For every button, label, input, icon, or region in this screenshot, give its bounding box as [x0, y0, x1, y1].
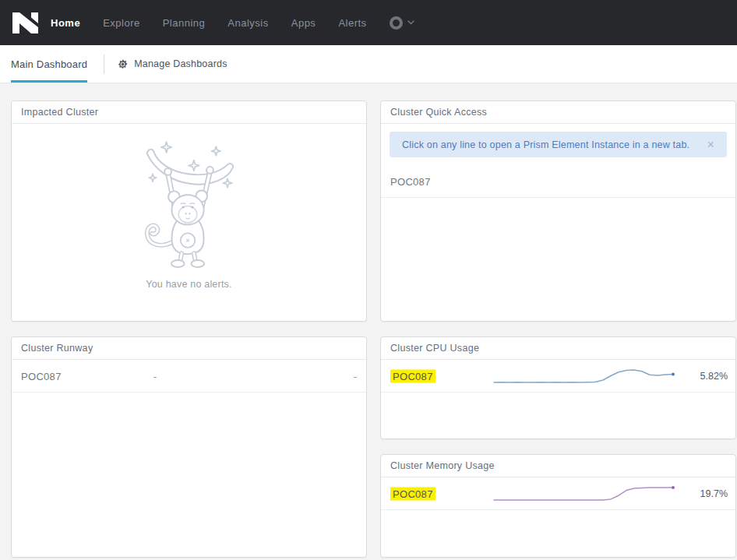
panel-title: Impacted Cluster	[12, 101, 366, 124]
nav-item-home[interactable]: Home	[51, 17, 80, 29]
dashboard-grid: Impacted Cluster	[0, 83, 737, 558]
nav-item-analysis[interactable]: Analysis	[227, 17, 268, 29]
monkey-banana-illustration	[113, 141, 266, 271]
nav-item-explore[interactable]: Explore	[103, 17, 140, 29]
panel-title: Cluster CPU Usage	[381, 337, 735, 360]
panel-cluster-quick-access: Cluster Quick Access Click on any line t…	[380, 100, 736, 322]
panel-cluster-cpu-usage: Cluster CPU Usage POC087 5.82%	[380, 336, 736, 439]
cpu-row-poc087[interactable]: POC087 5.82%	[381, 360, 735, 393]
right-column: Cluster Quick Access Click on any line t…	[380, 100, 736, 558]
close-icon[interactable]: ×	[707, 139, 714, 151]
memory-usage-value: 19.7%	[700, 488, 728, 499]
manage-dashboards-button[interactable]: Manage Dashboards	[118, 45, 227, 83]
nav-item-planning[interactable]: Planning	[163, 17, 206, 29]
gear-icon	[118, 59, 128, 69]
runway-row-poc087[interactable]: POC087 - -	[12, 360, 366, 393]
panel-title: Cluster Memory Usage	[381, 455, 735, 477]
info-banner-text: Click on any line to open a Prism Elemen…	[402, 139, 689, 150]
panel-cluster-memory-usage: Cluster Memory Usage POC087 19.7%	[380, 454, 736, 558]
memory-row-poc087[interactable]: POC087 19.7%	[381, 477, 735, 510]
nutanix-n-icon	[12, 12, 38, 33]
nav-item-alerts[interactable]: Alerts	[338, 17, 366, 29]
chevron-down-icon	[407, 20, 414, 25]
cluster-name: POC087	[390, 175, 431, 187]
no-alerts-empty-state: You have no alerts.	[12, 124, 366, 290]
main-menu: Home Explore Planning Analysis Apps Aler…	[51, 17, 390, 29]
dashboard-toolbar: Main Dashboard Manage Dashboards	[0, 45, 737, 83]
cluster-name-highlighted: POC087	[390, 369, 436, 382]
runway-mid-value: -	[153, 370, 157, 382]
panel-title: Cluster Runway	[12, 337, 366, 360]
tab-main-dashboard[interactable]: Main Dashboard	[11, 45, 87, 83]
nav-item-apps[interactable]: Apps	[291, 17, 316, 29]
cluster-name: POC087	[21, 370, 62, 382]
info-banner: Click on any line to open a Prism Elemen…	[390, 132, 727, 157]
panel-title: Cluster Quick Access	[381, 101, 735, 124]
manage-dashboards-label: Manage Dashboards	[134, 58, 227, 69]
nutanix-logo[interactable]	[12, 12, 38, 33]
quick-access-row-poc087[interactable]: POC087	[381, 165, 735, 198]
toolbar-divider	[104, 55, 104, 74]
cpu-usage-value: 5.82%	[700, 371, 728, 382]
panel-impacted-cluster: Impacted Cluster	[11, 100, 367, 322]
top-nav: Home Explore Planning Analysis Apps Aler…	[0, 0, 737, 45]
runway-right-value: -	[354, 370, 357, 382]
memory-usage-sparkline	[492, 485, 675, 502]
panel-cluster-runway: Cluster Runway POC087 - -	[11, 336, 367, 558]
cpu-usage-sparkline	[492, 368, 675, 385]
settings-dropdown[interactable]	[390, 16, 414, 30]
cluster-name-highlighted: POC087	[390, 487, 436, 500]
left-column: Impacted Cluster	[11, 100, 367, 558]
no-alerts-message: You have no alerts.	[146, 279, 231, 290]
ring-gear-icon	[390, 16, 403, 30]
